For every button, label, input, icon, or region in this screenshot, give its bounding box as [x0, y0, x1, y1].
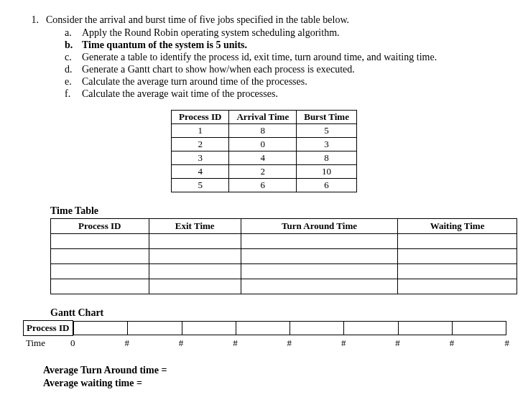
table-cell: 3	[297, 138, 357, 151]
table-row	[51, 279, 517, 294]
table-cell: 2	[229, 165, 297, 179]
gantt-time-cell: ##	[453, 337, 506, 349]
table-row: 4210	[172, 165, 357, 179]
gantt-cell	[182, 321, 236, 335]
table-cell	[149, 264, 241, 279]
gantt-time-cell: #	[290, 337, 344, 349]
gantt-cell	[453, 321, 506, 335]
sub-item-text: Apply the Round Robin operating system s…	[82, 27, 340, 39]
sub-item: c.Generate a table to identify the proce…	[65, 52, 506, 63]
sub-item: d.Generate a Gantt chart to show how/whe…	[65, 64, 506, 75]
process-input-table: Process IDArrival TimeBurst Time 1852033…	[171, 110, 357, 192]
time-table-header: Exit Time	[149, 219, 241, 234]
table-cell	[149, 234, 241, 249]
gantt-time-cell: #	[182, 337, 236, 349]
gantt-time-cell: 0	[73, 337, 127, 349]
averages-section: Average Turn Around time = Average waiti…	[43, 365, 506, 389]
sub-item-text: Calculate the average turn around time o…	[82, 76, 307, 88]
process-table-header: Burst Time	[297, 111, 357, 124]
gantt-cell	[344, 321, 398, 335]
table-cell: 2	[172, 138, 229, 151]
table-cell: 6	[229, 179, 297, 192]
table-cell	[241, 249, 397, 264]
table-row: 566	[172, 179, 357, 192]
gantt-cell	[73, 321, 128, 335]
table-cell	[241, 264, 397, 279]
table-row: 185	[172, 124, 357, 138]
table-cell: 4	[229, 151, 297, 165]
process-table-header: Arrival Time	[229, 111, 297, 124]
sub-item-text: Time quantum of the system is 5 units.	[82, 39, 247, 51]
sub-items-list: a.Apply the Round Robin operating system…	[65, 27, 506, 100]
avg-tat-label: Average Turn Around time =	[43, 365, 506, 376]
table-cell: 5	[172, 179, 229, 192]
gantt-time-row: Time 0########	[23, 336, 506, 350]
table-cell: 3	[172, 151, 229, 165]
table-row: 203	[172, 138, 357, 151]
sub-item-letter: f.	[65, 88, 76, 100]
table-cell	[51, 264, 149, 279]
gantt-process-label: Process ID	[23, 320, 73, 336]
table-row	[51, 249, 517, 264]
gantt-time-mark: #	[287, 337, 292, 349]
question-main-text: Consider the arrival and burst time of f…	[46, 14, 506, 26]
gantt-cell	[236, 321, 290, 335]
gantt-time-mark: #	[233, 337, 238, 349]
gantt-chart: Process ID Time 0########	[23, 320, 506, 350]
table-cell	[398, 249, 517, 264]
gantt-time-cell: #	[236, 337, 290, 349]
gantt-track	[73, 321, 506, 335]
table-cell: 1	[172, 124, 229, 138]
table-cell	[149, 279, 241, 294]
sub-item: b.Time quantum of the system is 5 units.	[65, 39, 506, 51]
time-table-header: Process ID	[51, 219, 149, 234]
gantt-cell	[290, 321, 344, 335]
time-table: Process IDExit TimeTurn Around TimeWaiti…	[50, 218, 517, 294]
gantt-time-cell: #	[398, 337, 452, 349]
table-cell: 4	[172, 165, 229, 179]
gantt-cell	[128, 321, 182, 335]
sub-item: e.Calculate the average turn around time…	[65, 76, 506, 88]
table-cell	[398, 234, 517, 249]
table-cell	[241, 234, 397, 249]
process-table-header: Process ID	[172, 111, 229, 124]
question-line: 1. Consider the arrival and burst time o…	[22, 14, 506, 26]
table-cell: 6	[297, 179, 357, 192]
avg-wt-label: Average waiting time =	[43, 378, 506, 389]
sub-item-text: Calculate the average wait time of the p…	[82, 88, 278, 100]
table-cell	[51, 249, 149, 264]
table-cell	[51, 279, 149, 294]
gantt-cell	[399, 321, 453, 335]
table-cell	[149, 249, 241, 264]
table-row: 348	[172, 151, 357, 165]
gantt-time-mark: #	[395, 337, 400, 349]
gantt-time-mark: #	[341, 337, 346, 349]
sub-item: a.Apply the Round Robin operating system…	[65, 27, 506, 39]
table-cell: 5	[297, 124, 357, 138]
gantt-heading: Gantt Chart	[50, 307, 506, 319]
sub-item: f.Calculate the average wait time of the…	[65, 88, 506, 100]
sub-item-letter: a.	[65, 27, 76, 39]
table-cell	[241, 279, 397, 294]
sub-item-text: Generate a table to identify the process…	[82, 52, 437, 63]
gantt-time-mark: #	[505, 337, 510, 349]
question-number: 1.	[22, 14, 39, 26]
gantt-time-label: Time	[23, 336, 73, 350]
gantt-process-row: Process ID	[23, 320, 506, 336]
table-cell	[398, 279, 517, 294]
gantt-time-mark: 0	[70, 337, 75, 349]
sub-item-letter: e.	[65, 76, 76, 88]
table-cell: 10	[297, 165, 357, 179]
gantt-time-mark: #	[124, 337, 129, 349]
time-table-header: Waiting Time	[398, 219, 517, 234]
table-row	[51, 264, 517, 279]
sub-item-letter: d.	[65, 64, 76, 75]
gantt-time-cell: #	[344, 337, 398, 349]
gantt-time-track: 0########	[73, 337, 506, 349]
table-cell: 8	[297, 151, 357, 165]
gantt-time-cell: #	[127, 337, 181, 349]
sub-item-text: Generate a Gantt chart to show how/when …	[82, 64, 355, 75]
gantt-time-mark: #	[179, 337, 184, 349]
sub-item-letter: b.	[65, 39, 76, 51]
table-row	[51, 234, 517, 249]
